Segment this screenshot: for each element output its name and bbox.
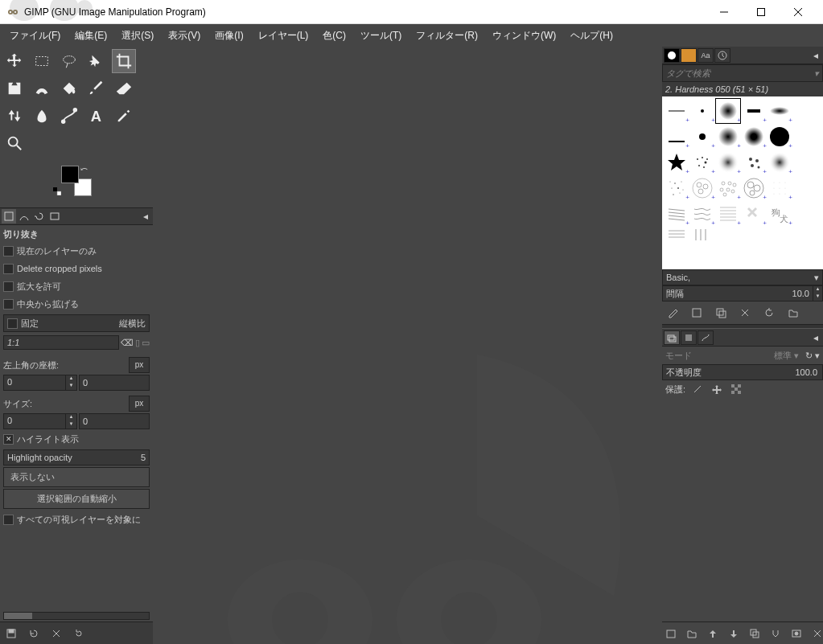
brush-item[interactable]: +	[741, 98, 767, 124]
brush-item[interactable]: +	[664, 124, 689, 150]
brush-item[interactable]	[792, 124, 818, 150]
new-layer-icon[interactable]	[665, 626, 677, 641]
delete-preset-icon[interactable]	[48, 626, 64, 642]
dock-menu-icon[interactable]: ◂	[140, 211, 151, 222]
zoom-tool[interactable]	[3, 132, 26, 154]
layers-dock-menu-icon[interactable]: ◂	[810, 332, 821, 343]
duplicate-layer-icon[interactable]	[749, 626, 760, 641]
raise-layer-icon[interactable]	[707, 626, 718, 641]
brush-item[interactable]: +	[767, 175, 792, 201]
delete-cropped-checkbox[interactable]	[3, 264, 14, 274]
save-preset-icon[interactable]	[3, 626, 19, 642]
expand-center-checkbox[interactable]	[3, 299, 14, 310]
color-picker-tool[interactable]	[113, 105, 135, 127]
new-layer-group-icon[interactable]	[686, 626, 697, 641]
fuzzy-select-tool[interactable]	[85, 50, 108, 72]
document-history-tab[interactable]	[714, 48, 730, 63]
brush-grid[interactable]: + + + + + + + + + + + + + + +	[662, 96, 823, 269]
crop-tool[interactable]	[113, 50, 135, 72]
brush-item[interactable]: +	[689, 201, 715, 227]
brush-item[interactable]: +	[664, 175, 689, 201]
aspect-ratio-input[interactable]	[3, 335, 119, 350]
brush-item[interactable]	[689, 227, 715, 243]
eraser-tool[interactable]	[113, 77, 135, 100]
menu-file[interactable]: ファイル(F)	[3, 26, 67, 46]
guides-dropdown[interactable]: 表示しない	[3, 467, 150, 487]
tool-options-tab[interactable]	[2, 209, 16, 224]
brush-item[interactable]	[792, 175, 818, 201]
layers-tab[interactable]	[664, 330, 680, 345]
brush-item[interactable]: +	[689, 150, 715, 175]
brush-tag-search[interactable]: タグで検索 ▾	[662, 64, 823, 82]
position-x-input[interactable]: 0▲▼	[3, 375, 77, 391]
refresh-brushes-icon[interactable]	[762, 306, 776, 320]
menu-help[interactable]: ヘルプ(H)	[564, 26, 619, 46]
brush-item[interactable]: +	[741, 150, 767, 175]
brushes-dock-menu-icon[interactable]: ◂	[810, 50, 821, 61]
channels-tab[interactable]	[681, 330, 697, 345]
brush-item[interactable]: +	[664, 201, 689, 227]
brush-item[interactable]: +	[664, 150, 689, 175]
brush-item[interactable]: +	[689, 124, 715, 150]
restore-preset-icon[interactable]	[26, 626, 42, 642]
brush-item[interactable]: +	[767, 150, 792, 175]
brush-item[interactable]	[792, 98, 818, 124]
mode-dropdown[interactable]: 標準 ▾	[695, 350, 802, 362]
highlight-opacity-slider[interactable]: Highlight opacity 5	[3, 449, 150, 466]
brush-item[interactable]: +	[715, 150, 741, 175]
landscape-icon[interactable]: ▭	[142, 338, 150, 348]
paths-tool[interactable]	[58, 105, 80, 127]
brush-item[interactable]: +	[689, 175, 715, 201]
brush-item[interactable]	[792, 150, 818, 175]
brush-item[interactable]: 狗犬+	[767, 201, 792, 227]
portrait-icon[interactable]: ▯	[135, 338, 140, 348]
menu-edit[interactable]: 編集(E)	[68, 26, 113, 46]
maximize-button[interactable]	[743, 0, 780, 24]
brush-item[interactable]: +	[741, 124, 767, 150]
size-unit-select[interactable]: px	[129, 396, 150, 412]
brush-spacing-slider[interactable]: 間隔 10.0 ▲▼	[662, 285, 823, 301]
current-layer-only-checkbox[interactable]	[3, 246, 14, 256]
autoshrink-button[interactable]: 選択範囲の自動縮小	[3, 489, 150, 509]
brush-item[interactable]: +	[741, 201, 767, 227]
mode-switch-icon[interactable]: ↻ ▾	[805, 351, 820, 361]
brush-preset-select[interactable]: Basic,▾	[662, 269, 823, 285]
duplicate-brush-icon[interactable]	[714, 306, 728, 320]
smudge-tool[interactable]	[31, 105, 53, 127]
merge-layer-icon[interactable]	[770, 626, 781, 641]
edit-brush-icon[interactable]	[665, 306, 680, 320]
unified-transform-tool[interactable]	[3, 77, 26, 100]
close-button[interactable]	[780, 0, 817, 24]
menu-colors[interactable]: 色(C)	[316, 26, 352, 46]
menu-image[interactable]: 画像(I)	[208, 26, 249, 46]
layer-opacity-slider[interactable]: 不透明度 100.0	[662, 364, 823, 380]
paths-tab[interactable]	[697, 330, 714, 345]
size-width-input[interactable]: 0▲▼	[3, 413, 77, 429]
left-scrollbar[interactable]	[3, 612, 150, 620]
clear-aspect-icon[interactable]: ⌫	[121, 338, 134, 348]
lower-layer-icon[interactable]	[728, 626, 739, 641]
brush-item[interactable]: +	[741, 175, 767, 201]
allow-growing-checkbox[interactable]	[3, 281, 14, 292]
tag-search-dropdown-icon[interactable]: ▾	[814, 68, 819, 79]
position-y-input[interactable]: 0	[79, 375, 150, 391]
free-select-tool[interactable]	[58, 50, 80, 72]
rect-select-tool[interactable]	[31, 50, 53, 72]
fonts-tab[interactable]: Aa	[697, 48, 714, 63]
clone-tool[interactable]	[3, 105, 26, 127]
reset-preset-icon[interactable]	[71, 626, 87, 642]
device-status-tab[interactable]	[17, 209, 31, 224]
brushes-tab[interactable]	[664, 48, 680, 63]
mask-layer-icon[interactable]	[791, 626, 802, 641]
brush-item[interactable]: +	[715, 175, 741, 201]
brush-item[interactable]	[792, 201, 818, 227]
images-tab[interactable]	[47, 209, 62, 224]
reset-colors-icon[interactable]	[53, 187, 61, 195]
menu-view[interactable]: 表示(V)	[162, 26, 207, 46]
paintbrush-tool[interactable]	[85, 77, 108, 100]
brush-item[interactable]: +	[767, 124, 792, 150]
canvas-area[interactable]	[153, 47, 662, 644]
menu-layer[interactable]: レイヤー(L)	[252, 26, 315, 46]
warp-tool[interactable]	[31, 77, 53, 100]
menu-tools[interactable]: ツール(T)	[354, 26, 408, 46]
